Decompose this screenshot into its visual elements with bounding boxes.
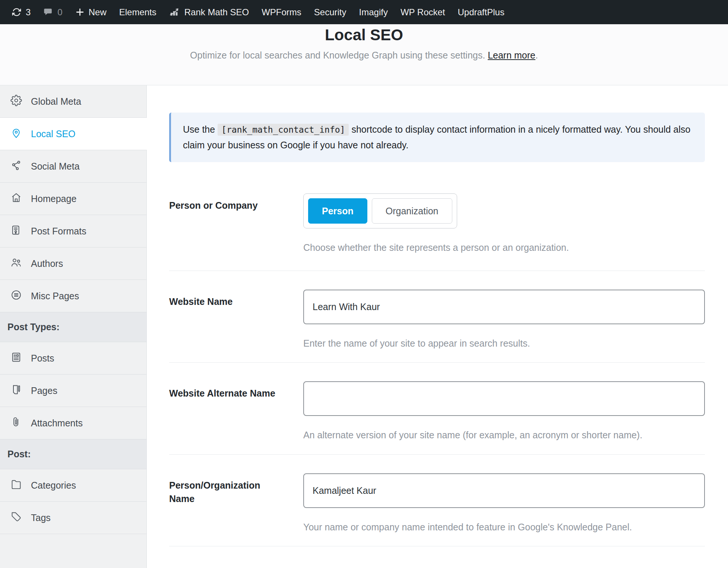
sidebar-item-local-seo[interactable]: Local SEO — [0, 118, 147, 150]
subtitle-period: . — [535, 50, 538, 60]
circle-text-icon — [10, 289, 22, 303]
sidebar-item-label: Tags — [31, 512, 51, 523]
comment-icon — [43, 7, 53, 17]
field-website-name: Website Name Enter the name of your site… — [169, 271, 705, 363]
sidebar-item-label: Pages — [31, 385, 57, 396]
field-label: Website Alternate Name — [169, 381, 281, 443]
rank-math-icon — [169, 7, 180, 18]
gear-icon — [10, 95, 22, 108]
sidebar-item-label: Global Meta — [31, 96, 81, 107]
sidebar-item-posts[interactable]: Posts — [0, 342, 147, 375]
users-icon — [10, 257, 22, 271]
sidebar-item-attachments[interactable]: Attachments — [0, 407, 147, 439]
subtitle-text: Optimize for local searches and Knowledg… — [190, 50, 485, 60]
new-label: New — [89, 7, 107, 18]
website-name-input[interactable] — [303, 290, 705, 324]
learn-more-link[interactable]: Learn more — [488, 50, 535, 60]
comments-count: 0 — [57, 7, 62, 18]
page-edit-icon — [10, 384, 22, 398]
wp-admin-bar: 3 0 New Elements — [0, 0, 728, 24]
field-help: Enter the name of your site to appear in… — [303, 335, 705, 351]
sidebar-item-label: Attachments — [31, 418, 83, 429]
sidebar-filler — [0, 534, 147, 568]
field-person-or-company: Person or Company Person Organization Ch… — [169, 162, 705, 271]
person-organization-name-input[interactable] — [303, 473, 705, 508]
sidebar-item-label: Post Formats — [31, 226, 86, 237]
sidebar-section-label: Post: — [7, 449, 31, 460]
person-company-toggle: Person Organization — [303, 193, 457, 228]
paperclip-icon — [10, 416, 22, 430]
tag-icon — [10, 511, 22, 525]
settings-sidebar: Global Meta Local SEO Social Meta Homepa… — [0, 85, 147, 568]
sidebar-item-label: Social Meta — [31, 161, 80, 172]
sidebar-item-tags[interactable]: Tags — [0, 502, 147, 534]
field-help: Choose whether the site represents a per… — [303, 240, 705, 256]
sidebar-item-label: Misc Pages — [31, 291, 79, 302]
field-help: An alternate version of your site name (… — [303, 427, 705, 443]
sidebar-item-post-formats[interactable]: Post Formats — [0, 215, 147, 247]
sidebar-item-authors[interactable]: Authors — [0, 247, 147, 280]
sidebar-item-categories[interactable]: Categories — [0, 469, 147, 502]
post-icon — [10, 351, 22, 365]
field-label: Person or Company — [169, 193, 281, 256]
field-person-organization-name: Person/Organization Name Your name or co… — [169, 455, 705, 547]
security-label: Security — [314, 7, 346, 18]
certificate-file-icon — [10, 224, 22, 238]
field-label: Website Name — [169, 290, 281, 351]
refresh-icon — [12, 7, 22, 17]
home-icon — [10, 192, 22, 206]
shortcode-snippet: [rank_math_contact_info] — [218, 124, 349, 136]
map-pin-icon — [10, 127, 22, 141]
page-subtitle: Optimize for local searches and Knowledg… — [0, 50, 728, 61]
menu-wpforms[interactable]: WPForms — [255, 0, 308, 24]
sidebar-item-label: Posts — [31, 353, 54, 364]
sidebar-section-post: Post: — [0, 439, 147, 469]
sidebar-item-social-meta[interactable]: Social Meta — [0, 150, 147, 183]
folder-icon — [10, 479, 22, 492]
share-nodes-icon — [10, 160, 22, 173]
wp-rocket-label: WP Rocket — [401, 7, 445, 18]
field-help: Your name or company name intended to fe… — [303, 519, 705, 535]
organization-toggle-button[interactable]: Organization — [372, 198, 452, 224]
menu-imagify[interactable]: Imagify — [353, 0, 394, 24]
rank-math-label: Rank Math SEO — [184, 7, 249, 18]
elements-label: Elements — [119, 7, 156, 18]
sidebar-item-global-meta[interactable]: Global Meta — [0, 85, 147, 118]
comments-button[interactable]: 0 — [37, 0, 69, 24]
website-alternate-name-input[interactable] — [303, 381, 705, 416]
notice-text-pre: Use the — [183, 124, 215, 135]
field-website-alternate-name: Website Alternate Name An alternate vers… — [169, 363, 705, 455]
updates-button[interactable]: 3 — [5, 0, 37, 24]
wpforms-label: WPForms — [262, 7, 301, 18]
sidebar-item-label: Homepage — [31, 193, 76, 204]
page-title: Local SEO — [0, 24, 728, 45]
settings-panel: Use the [rank_math_contact_info] shortco… — [147, 85, 728, 568]
settings-header: Local SEO Optimize for local searches an… — [0, 24, 728, 85]
sidebar-item-homepage[interactable]: Homepage — [0, 183, 147, 215]
menu-elements[interactable]: Elements — [113, 0, 163, 24]
sidebar-item-misc-pages[interactable]: Misc Pages — [0, 280, 147, 312]
sidebar-item-label: Authors — [31, 258, 63, 269]
field-label: Person/Organization Name — [169, 473, 281, 535]
plus-icon — [75, 7, 85, 17]
shortcode-notice: Use the [rank_math_contact_info] shortco… — [169, 113, 705, 162]
new-content-button[interactable]: New — [69, 0, 113, 24]
menu-security[interactable]: Security — [308, 0, 353, 24]
sidebar-item-label: Categories — [31, 480, 76, 491]
updraftplus-label: UpdraftPlus — [458, 7, 504, 18]
sidebar-item-label: Local SEO — [31, 129, 76, 139]
sidebar-section-label: Post Types: — [7, 322, 60, 332]
menu-wp-rocket[interactable]: WP Rocket — [394, 0, 452, 24]
imagify-label: Imagify — [359, 7, 388, 18]
sidebar-section-post-types: Post Types: — [0, 312, 147, 342]
updates-count: 3 — [26, 7, 31, 18]
menu-rank-math[interactable]: Rank Math SEO — [163, 0, 255, 24]
person-toggle-button[interactable]: Person — [308, 198, 367, 224]
sidebar-item-pages[interactable]: Pages — [0, 375, 147, 407]
menu-updraftplus[interactable]: UpdraftPlus — [452, 0, 511, 24]
